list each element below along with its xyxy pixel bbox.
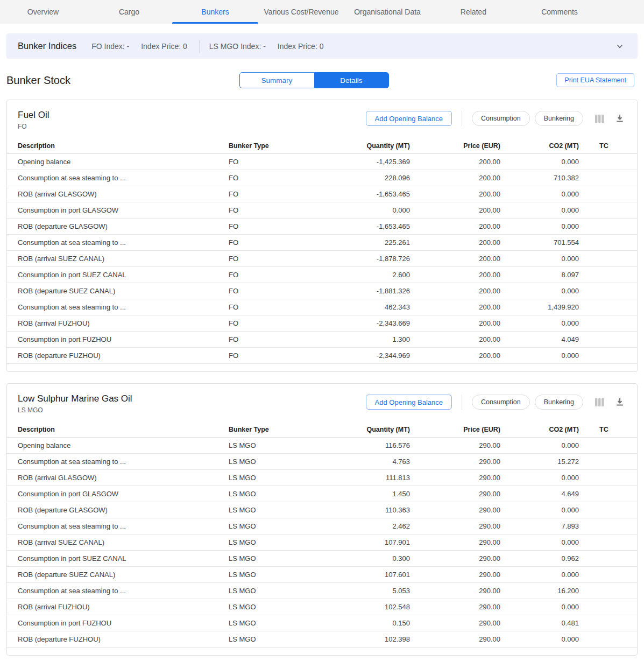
cell-co2: 0.000 xyxy=(500,255,579,263)
consumption-button[interactable]: Consumption xyxy=(472,111,530,126)
table-row[interactable]: Opening balanceFO-1,425.369200.000.000 xyxy=(7,154,637,170)
view-columns-icon[interactable] xyxy=(593,396,606,409)
card-header: Low Sulphur Marine Gas Oil LS MGO Add Op… xyxy=(7,384,637,414)
cell-co2: 0.000 xyxy=(500,319,579,327)
cell-quantity: 2.462 xyxy=(317,522,410,530)
cell-co2: 0.962 xyxy=(500,554,579,562)
cell-description: ROB (arrival FUZHOU) xyxy=(18,603,229,611)
cell-quantity: 102.548 xyxy=(317,603,410,611)
header-co2: CO2 (MT) xyxy=(500,142,579,150)
table-row[interactable]: ROB (arrival GLASGOW)LS MGO111.813290.00… xyxy=(7,470,637,486)
bunkering-button[interactable]: Bunkering xyxy=(535,395,583,410)
cell-bunker-type: LS MGO xyxy=(229,458,317,466)
cell-co2: 0.000 xyxy=(500,571,579,579)
lsmgo-index-label: LS MGO Index: - xyxy=(209,42,266,51)
cell-price: 200.00 xyxy=(410,319,500,327)
cell-quantity: 107.901 xyxy=(317,538,410,546)
cell-co2: 0.481 xyxy=(500,619,579,627)
tab-various-cost-revenue[interactable]: Various Cost/Revenue xyxy=(258,0,344,24)
divider xyxy=(462,111,462,126)
table-row[interactable]: Consumption in port GLASGOWLS MGO1.45029… xyxy=(7,486,637,502)
table-row[interactable]: ROB (arrival FUZHOU)FO-2,343.669200.000.… xyxy=(7,315,637,332)
table-row[interactable]: Consumption in port FUZHOUFO1.300200.004… xyxy=(7,332,637,348)
table-body: Opening balanceLS MGO116.576290.000.000C… xyxy=(7,438,637,648)
download-icon[interactable] xyxy=(613,112,626,125)
bunkering-button[interactable]: Bunkering xyxy=(535,111,583,126)
cell-price: 290.00 xyxy=(410,587,500,595)
cell-price: 200.00 xyxy=(410,190,500,198)
table-row[interactable]: Consumption in port GLASGOWFO0.000200.00… xyxy=(7,202,637,219)
cell-quantity: 110.363 xyxy=(317,506,410,514)
cell-bunker-type: FO xyxy=(229,271,317,279)
tab-related[interactable]: Related xyxy=(430,0,516,24)
cell-price: 200.00 xyxy=(410,271,500,279)
cell-bunker-type: FO xyxy=(229,255,317,263)
summary-toggle-button[interactable]: Summary xyxy=(239,72,314,88)
cell-bunker-type: LS MGO xyxy=(229,506,317,514)
details-toggle-button[interactable]: Details xyxy=(314,72,389,88)
cell-quantity: 116.576 xyxy=(317,441,410,449)
cell-bunker-type: FO xyxy=(229,206,317,214)
tab-overview[interactable]: Overview xyxy=(0,0,86,24)
table-row[interactable]: Opening balanceLS MGO116.576290.000.000 xyxy=(7,438,637,454)
cell-co2: 0.000 xyxy=(500,222,579,230)
cell-description: Consumption in port FUZHOU xyxy=(18,335,229,343)
table-row[interactable]: Consumption in port SUEZ CANALFO2.600200… xyxy=(7,267,637,283)
table-row[interactable]: ROB (arrival SUEZ CANAL)LS MGO107.901290… xyxy=(7,535,637,551)
view-columns-icon[interactable] xyxy=(593,112,606,125)
table-row[interactable]: ROB (departure SUEZ CANAL)LS MGO107.6012… xyxy=(7,567,637,583)
cell-price: 200.00 xyxy=(410,335,500,343)
print-eua-statement-button[interactable]: Print EUA Statement xyxy=(556,73,634,87)
cell-price: 200.00 xyxy=(410,158,500,166)
cell-description: ROB (arrival SUEZ CANAL) xyxy=(18,538,229,546)
table-row[interactable]: ROB (arrival SUEZ CANAL)FO-1,878.726200.… xyxy=(7,251,637,267)
tab-bunkers[interactable]: Bunkers xyxy=(172,0,258,24)
tab-comments[interactable]: Comments xyxy=(516,0,603,24)
table-row[interactable]: ROB (departure FUZHOU)FO-2,344.969200.00… xyxy=(7,348,637,364)
cell-bunker-type: LS MGO xyxy=(229,522,317,530)
cell-description: Consumption at sea steaming to ... xyxy=(18,587,229,595)
table-row[interactable]: Consumption at sea steaming to ...FO225.… xyxy=(7,235,637,251)
cell-co2: 0.000 xyxy=(500,635,579,643)
table-row[interactable]: Consumption at sea steaming to ...LS MGO… xyxy=(7,583,637,599)
table-row[interactable]: Consumption in port SUEZ CANALLS MGO0.30… xyxy=(7,551,637,567)
chevron-down-icon[interactable] xyxy=(613,40,626,53)
cell-quantity: -1,653.465 xyxy=(317,222,410,230)
table-row[interactable]: Consumption at sea steaming to ...LS MGO… xyxy=(7,518,637,535)
view-toggle: Summary Details xyxy=(239,72,389,88)
header-tc: TC xyxy=(579,142,626,150)
cell-price: 290.00 xyxy=(410,635,500,643)
tab-organisational-data[interactable]: Organisational Data xyxy=(344,0,430,24)
cell-description: Consumption at sea steaming to ... xyxy=(18,174,229,182)
cell-co2: 0.000 xyxy=(500,206,579,214)
cell-bunker-type: FO xyxy=(229,319,317,327)
table-row[interactable]: ROB (departure SUEZ CANAL)FO-1,881.32620… xyxy=(7,283,637,299)
download-icon[interactable] xyxy=(613,396,626,409)
tab-cargo[interactable]: Cargo xyxy=(86,0,172,24)
table-row[interactable]: ROB (departure FUZHOU)LS MGO102.398290.0… xyxy=(7,631,637,648)
table-row[interactable]: ROB (arrival GLASGOW)FO-1,653.465200.000… xyxy=(7,186,637,202)
table-row[interactable]: Consumption at sea steaming to ...FO462.… xyxy=(7,299,637,315)
add-opening-balance-button[interactable]: Add Opening Balance xyxy=(366,395,452,410)
divider xyxy=(199,40,200,53)
cell-quantity: 107.601 xyxy=(317,571,410,579)
table-row[interactable]: Consumption in port FUZHOULS MGO0.150290… xyxy=(7,615,637,631)
cell-bunker-type: FO xyxy=(229,335,317,343)
table-row[interactable]: ROB (arrival FUZHOU)LS MGO102.548290.000… xyxy=(7,599,637,615)
table-row[interactable]: Consumption at sea steaming to ...FO228.… xyxy=(7,170,637,186)
card-title: Low Sulphur Marine Gas Oil xyxy=(18,393,132,404)
cell-co2: 7.893 xyxy=(500,522,579,530)
table-row[interactable]: ROB (departure GLASGOW)FO-1,653.465200.0… xyxy=(7,219,637,235)
cell-description: Opening balance xyxy=(18,158,229,166)
cell-quantity: -1,653.465 xyxy=(317,190,410,198)
consumption-button[interactable]: Consumption xyxy=(472,395,530,410)
card-subtitle: FO xyxy=(18,123,49,130)
add-opening-balance-button[interactable]: Add Opening Balance xyxy=(366,111,452,126)
table-row[interactable]: Consumption at sea steaming to ...LS MGO… xyxy=(7,454,637,470)
header-bunker-type: Bunker Type xyxy=(229,426,317,433)
cell-quantity: -2,344.969 xyxy=(317,351,410,360)
cell-quantity: 2.600 xyxy=(317,271,410,279)
table-row[interactable]: ROB (departure GLASGOW)LS MGO110.363290.… xyxy=(7,502,637,518)
cell-description: ROB (arrival FUZHOU) xyxy=(18,319,229,327)
cell-co2: 0.000 xyxy=(500,603,579,611)
